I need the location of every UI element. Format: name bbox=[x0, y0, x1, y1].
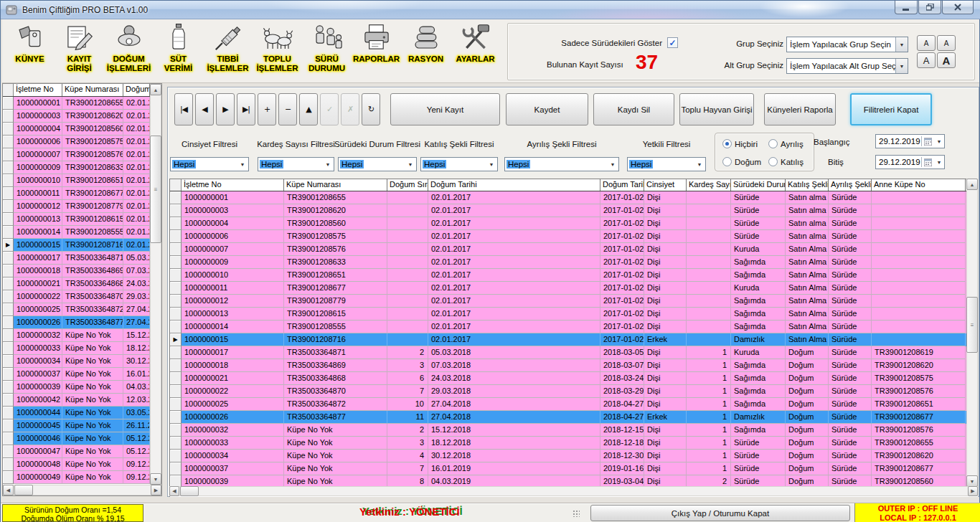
table-row[interactable]: 1000000034Küpe No Yok30.12.2 bbox=[3, 355, 161, 368]
action-toplu-hayvan-girisi-button[interactable]: Toplu Hayvan Girişi bbox=[679, 93, 754, 125]
chevron-down-icon[interactable]: ▼ bbox=[486, 162, 497, 167]
column-header-isletme-no[interactable]: İşletme No bbox=[182, 179, 284, 191]
column-header-surudeki-durumu[interactable]: Sürüdeki Durumu bbox=[731, 179, 786, 191]
table-row[interactable]: 1000000049Küpe No Yok09.12.2 bbox=[3, 471, 161, 484]
action-kaydet-button[interactable]: Kaydet bbox=[506, 93, 588, 125]
table-row[interactable]: 1000000047Küpe No Yok05.12.2 bbox=[3, 445, 161, 458]
toolbar-item-raporlar[interactable]: RAPORLAR bbox=[352, 21, 401, 81]
main-grid-hscroll-track[interactable] bbox=[169, 486, 978, 496]
table-row[interactable]: 1000000009TR3900120863302.01.20172017-01… bbox=[170, 256, 978, 269]
table-row[interactable]: 1000000009TR3900120863302.01.2 bbox=[3, 161, 161, 174]
chevron-down-icon[interactable]: ▼ bbox=[694, 162, 705, 167]
column-header-dogum-sras[interactable]: Doğum Sırası bbox=[387, 179, 428, 191]
table-row[interactable]: 1000000039Küpe No Yok04.03.2 bbox=[3, 381, 161, 394]
table-row[interactable]: 1000000037Küpe No Yok716.01.20192019-01-… bbox=[170, 462, 978, 475]
table-row[interactable]: 1000000001TR3900120865502.01.20172017-01… bbox=[170, 191, 978, 204]
chevron-down-icon[interactable]: ▼ bbox=[607, 162, 618, 167]
font-size-button-2[interactable]: A bbox=[937, 35, 956, 51]
chevron-down-icon[interactable]: ▼ bbox=[237, 162, 248, 167]
column-header-cinsiyet[interactable]: Cinsiyet bbox=[644, 179, 687, 191]
table-row[interactable]: 1000000021TR35003364868624.03.20182018-0… bbox=[170, 372, 978, 385]
table-row[interactable]: 1000000032Küpe No Yok215.12.20182018-12-… bbox=[170, 424, 978, 437]
subgroup-select-combobox[interactable]: İşlem Yapılacak Alt Grup Seçin ▼ bbox=[786, 58, 908, 74]
table-row[interactable]: 1000000044Küpe No Yok03.05.2 bbox=[3, 407, 161, 419]
filter-combobox-yetkili-filtresi[interactable]: Hepsi▼ bbox=[627, 157, 706, 171]
filter-combobox-cinsiyet-filtresi[interactable]: Hepsi▼ bbox=[170, 157, 249, 171]
table-row[interactable]: 1000000032Küpe No Yok15.12.2 bbox=[3, 329, 161, 342]
radio-katls[interactable]: Katılış bbox=[768, 157, 804, 166]
toolbar-item-toplu-islemler[interactable]: TOPLU İŞLEMLER bbox=[253, 21, 302, 81]
scroll-down-icon[interactable]: ▼ bbox=[150, 473, 161, 485]
table-row[interactable]: 1000000017TR3500336487105.03.2 bbox=[3, 252, 161, 265]
splitter-grip-icon[interactable] bbox=[573, 510, 580, 517]
scroll-left-icon[interactable]: ◀ bbox=[169, 486, 179, 496]
column-header-dogum-tarihi[interactable]: Doğum Tarihi bbox=[428, 179, 600, 191]
table-row[interactable]: 1000000021TR3500336486824.03.2 bbox=[3, 277, 161, 290]
scroll-up-icon[interactable]: ▲ bbox=[966, 179, 978, 190]
font-size-button-4[interactable]: A bbox=[937, 52, 956, 68]
table-row[interactable]: 1000000007TR3900120857602.01.20172017-01… bbox=[170, 243, 978, 256]
column-header-kupe-numaras[interactable]: Küpe Numarası bbox=[284, 179, 387, 191]
table-row[interactable]: 1000000012TR3900120877902.01.20172017-01… bbox=[170, 295, 978, 308]
table-row[interactable]: ▶1000000015TR3900120871602.01.2 bbox=[3, 239, 161, 252]
nav-delete-button[interactable]: − bbox=[278, 93, 297, 125]
chevron-down-icon[interactable]: ▼ bbox=[405, 162, 416, 167]
show-only-herd-checkbox[interactable]: ✓ bbox=[667, 37, 678, 48]
chevron-down-icon[interactable]: ▼ bbox=[934, 160, 944, 165]
scroll-down-icon[interactable]: ▼ bbox=[966, 475, 978, 487]
nav-last-button[interactable]: ▶| bbox=[237, 93, 255, 125]
nav-insert-button[interactable]: + bbox=[258, 93, 276, 125]
table-row[interactable]: 1000000022TR35003364870729.03.20182018-0… bbox=[170, 385, 978, 398]
main-grid-vscroll-thumb[interactable]: ≡ bbox=[966, 297, 978, 353]
close-button[interactable] bbox=[942, 1, 974, 14]
filter-combobox-ayrls-sekli-filtresi[interactable]: Hepsi▼ bbox=[504, 157, 619, 171]
table-row[interactable]: 1000000011TR3900120867702.01.2 bbox=[3, 187, 161, 200]
table-row[interactable]: 1000000037Küpe No Yok16.01.2 bbox=[3, 368, 161, 381]
table-row[interactable]: 1000000033Küpe No Yok18.12.2 bbox=[3, 342, 161, 355]
action-kunyeleri-raporla-button[interactable]: Künyeleri Raporla bbox=[764, 93, 836, 125]
column-header-katls-sekli[interactable]: Katılış Şekli bbox=[786, 179, 829, 191]
table-row[interactable]: 1000000018TR3500336486907.03.2 bbox=[3, 265, 161, 277]
table-row[interactable]: 1000000010TR3900120865102.01.20172017-01… bbox=[170, 269, 978, 282]
radio-ayrls[interactable]: Ayrılış bbox=[768, 139, 804, 148]
date-end-field[interactable]: 29.12.2019 ▼ bbox=[875, 155, 945, 169]
left-grid-hscroll-thumb[interactable] bbox=[14, 485, 33, 495]
column-header-isletme-no[interactable]: İşletme No bbox=[14, 84, 62, 96]
table-row[interactable]: 1000000034Küpe No Yok430.12.20182018-12-… bbox=[170, 450, 978, 462]
font-size-button-1[interactable]: A bbox=[917, 35, 936, 51]
toolbar-item-kayit-girisi[interactable]: KAYIT GİRİŞİ bbox=[55, 21, 104, 81]
table-row[interactable]: 1000000033Küpe No Yok318.12.20182018-12-… bbox=[170, 437, 978, 450]
toolbar-item-ayarlar[interactable]: AYARLAR bbox=[451, 21, 500, 81]
date-start-field[interactable]: 29.12.2019 ▼ bbox=[875, 134, 945, 148]
titlebar[interactable]: Benim Çiftliğim PRO BETA v1.00 bbox=[1, 1, 980, 19]
scroll-right-icon[interactable]: ▶ bbox=[151, 485, 161, 495]
table-row[interactable]: 1000000048Küpe No Yok09.12.2 bbox=[3, 458, 161, 471]
action-kayd-sil-button[interactable]: Kaydı Sil bbox=[593, 93, 674, 125]
table-row[interactable]: 1000000026TR3500336487727.04.2 bbox=[3, 316, 161, 329]
column-header-dogum-tarihi[interactable]: Doğum Tarihi bbox=[123, 84, 150, 96]
table-row[interactable]: 1000000046Küpe No Yok05.12.2 bbox=[3, 432, 161, 445]
toolbar-item-sut-verimi[interactable]: SÜT VERİMİ bbox=[154, 21, 203, 81]
table-row[interactable]: 1000000006TR3900120857502.01.2 bbox=[3, 136, 161, 148]
table-row[interactable]: 1000000004TR3900120856002.01.2 bbox=[3, 123, 161, 136]
table-row[interactable]: 1000000042Küpe No Yok12.03.2 bbox=[3, 394, 161, 407]
nav-edit-button[interactable]: ▲ bbox=[299, 93, 318, 125]
chevron-down-icon[interactable]: ▼ bbox=[895, 37, 908, 52]
table-row[interactable]: 1000000007TR3900120857602.01.2 bbox=[3, 148, 161, 161]
table-row[interactable]: 1000000003TR3900120862002.01.20172017-01… bbox=[170, 204, 978, 217]
chevron-down-icon[interactable]: ▼ bbox=[895, 59, 908, 73]
toolbar-item-tibbi-islemler[interactable]: TIBBİ İŞLEMLER bbox=[203, 21, 253, 81]
restore-button[interactable] bbox=[918, 1, 941, 14]
action-yeni-kayt-button[interactable]: Yeni Kayıt bbox=[390, 93, 500, 125]
table-row[interactable]: 1000000022TR3500336487029.03.2 bbox=[3, 290, 161, 303]
table-row[interactable]: 1000000025TR350033648721027.04.20182018-… bbox=[170, 398, 978, 411]
toolbar-item-kunye[interactable]: KÜNYE bbox=[5, 21, 55, 81]
table-row[interactable]: 1000000003TR3900120862002.01.2 bbox=[3, 110, 161, 123]
scroll-left-icon[interactable]: ◀ bbox=[3, 485, 14, 495]
column-header-kupe-numaras[interactable]: Küpe Numarası bbox=[62, 84, 123, 96]
table-row[interactable]: 1000000004TR3900120856002.01.20172017-01… bbox=[170, 217, 978, 230]
table-row[interactable]: 1000000012TR3900120877902.01.2 bbox=[3, 200, 161, 213]
toolbar-item-suru-durumu[interactable]: SÜRÜ DURUMU bbox=[302, 21, 352, 81]
group-select-combobox[interactable]: İşlem Yapılacak Grup Seçin ▼ bbox=[786, 37, 908, 52]
scroll-right-icon[interactable]: ▶ bbox=[968, 486, 978, 496]
